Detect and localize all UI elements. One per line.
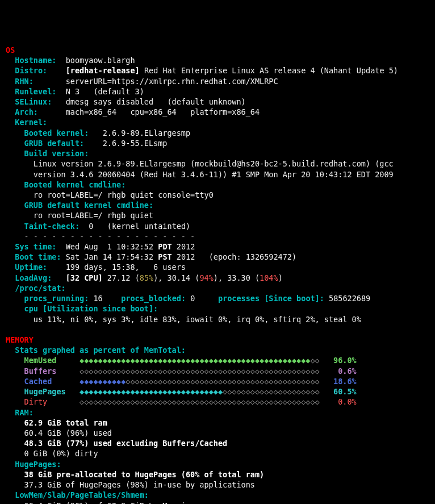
bar-hugepages: ◆◆◆◆◆◆◆◆◆◆◆◆◆◆◆◆◆◆◆◆◆◆◆◆◆◆◆◆◆◆◆◇◇◇◇◇◇◇◇◇… — [80, 387, 320, 396]
bar-memused: ◆◆◆◆◆◆◆◆◆◆◆◆◆◆◆◆◆◆◆◆◆◆◆◆◆◆◆◆◆◆◆◆◆◆◆◆◆◆◆◆… — [80, 356, 320, 365]
grub-default-val: 2.6.9-55.ELsmp — [103, 139, 168, 148]
taint-val: 0 (kernel untainted) — [89, 222, 190, 231]
selinux-key: SELinux: — [15, 97, 52, 106]
rhn-val: serverURL=https://xmlrpc.rhn.redhat.com/… — [66, 77, 278, 86]
boottime-key: Boot time: — [15, 252, 61, 261]
bar-cached-label: Cached — [24, 377, 70, 386]
bar-hugepages-pct: 60.5% — [333, 387, 357, 396]
bar-memused-label: MemUsed — [24, 356, 70, 365]
hostname-val: boomyaow.blargh — [66, 56, 135, 65]
procs-running-key: procs_running: — [24, 294, 89, 303]
kernel-key: Kernel: — [15, 118, 47, 127]
distro-key: Distro: — [15, 66, 47, 75]
os-header: OS — [6, 45, 15, 55]
loadavg-cpu-tag: [32 CPU] — [66, 273, 103, 282]
bar-dirty: ◇◇◇◇◇◇◇◇◇◇◇◇◇◇◇◇◇◇◇◇◇◇◇◇◇◇◇◇◇◇◇◇◇◇◇◇◇◇◇◇… — [80, 397, 320, 406]
cpu-util-key: cpu [Utilization since boot]: — [24, 304, 158, 313]
runlevel-key: Runlevel: — [15, 87, 56, 96]
bar-buffers-label: Buffers — [24, 366, 70, 376]
ram-key: RAM: — [15, 408, 34, 417]
hostname-key: Hostname: — [15, 56, 56, 65]
build-version-line1: Linux version 2.6.9-89.ELlargesmp (mockb… — [34, 159, 394, 168]
hugepages-inuse: 37.3 GiB of HugePages (98%) in-use by ap… — [24, 480, 255, 489]
ram-used-excl: 48.3 GiB (77%) used excluding Buffers/Ca… — [24, 439, 228, 448]
boottime-val: Sat Jan 14 17:54:32 — [66, 252, 158, 261]
grub-cmdline-val: ro root=LABEL=/ rhgb quiet — [34, 211, 153, 220]
grub-cmdline-key: GRUB default kernel cmdline: — [24, 201, 154, 210]
procs-blocked-key: procs_blocked: — [121, 294, 186, 303]
bar-dirty-pct: 0.0% — [333, 397, 357, 406]
booted-cmdline-val: ro root=LABEL=/ rhgb quiet console=tty0 — [34, 190, 214, 199]
procs-since-boot-key: processes [Since boot]: — [218, 294, 324, 303]
build-version-key: Build version: — [24, 149, 89, 158]
arch-key: Arch: — [15, 107, 38, 116]
bar-buffers-pct: 0.6% — [333, 366, 357, 376]
ram-total: 62.9 GiB total ram — [24, 418, 107, 427]
xsos-output: OS Hostname: boomyaow.blargh Distro: [re… — [6, 45, 398, 504]
systime-key: Sys time: — [15, 242, 56, 251]
booted-kernel-key: Booted kernel: — [24, 128, 89, 138]
build-version-line2: version 3.4.6 20060404 (Red Hat 3.4.6-11… — [34, 170, 394, 179]
lowmem-inuse: 60.4 GiB (96%) of 62.9 GiB LowMem in-use — [24, 501, 209, 505]
systime-val: Wed Aug 1 10:32:52 — [66, 242, 158, 251]
grub-default-key: GRUB default: — [24, 139, 85, 148]
hugepages-key: HugePages: — [15, 460, 61, 469]
booted-kernel-val: 2.6.9-89.ELlargesmp — [103, 128, 190, 138]
ram-used: 60.4 GiB (96%) used — [24, 428, 112, 438]
hugepages-prealloc: 38 GiB pre-allocated to HugePages (60% o… — [24, 470, 265, 479]
distro-val: Red Hat Enterprise Linux AS release 4 (N… — [144, 66, 398, 75]
taint-key: Taint-check: — [24, 222, 80, 231]
uptime-key: Uptime: — [15, 263, 47, 272]
bar-cached-pct: 18.6% — [333, 377, 357, 386]
separator: - - - - - - - - - - - - - - - - - - - — [24, 232, 195, 241]
distro-tag: [redhat-release] — [66, 66, 140, 75]
procstat-key: /proc/stat: — [15, 284, 65, 293]
cpu-util-line: us 11%, ni 0%, sys 3%, idle 83%, iowait … — [34, 315, 361, 324]
bar-dirty-label: Dirty — [24, 397, 70, 406]
ram-dirty: 0 GiB (0%) dirty — [24, 449, 98, 458]
lowmem-key: LowMem/Slab/PageTables/Shmem: — [15, 490, 149, 499]
selinux-val: dmesg says disabled (default unknown) — [66, 97, 246, 106]
memgraph-key: Stats graphed as percent of MemTotal: — [15, 345, 186, 355]
runlevel-val: N 3 (default 3) — [66, 87, 144, 96]
arch-val: mach=x86_64 cpu=x86_64 platform=x86_64 — [66, 107, 260, 116]
loadavg-key: LoadAvg: — [15, 273, 52, 282]
uptime-val: 199 days, 15:38, 6 users — [66, 263, 186, 272]
bar-buffers: ◇◇◇◇◇◇◇◇◇◇◇◇◇◇◇◇◇◇◇◇◇◇◇◇◇◇◇◇◇◇◇◇◇◇◇◇◇◇◇◇… — [80, 366, 320, 376]
bar-hugepages-label: HugePages — [24, 387, 70, 396]
booted-cmdline-key: Booted kernel cmdline: — [24, 180, 126, 189]
rhn-key: RHN: — [15, 77, 34, 86]
bar-cached: ◆◆◆◆◆◆◆◆◆◆◇◇◇◇◇◇◇◇◇◇◇◇◇◇◇◇◇◇◇◇◇◇◇◇◇◇◇◇◇◇… — [80, 377, 320, 386]
bar-memused-pct: 96.0% — [333, 356, 357, 365]
memory-header: MEMORY — [6, 335, 34, 344]
